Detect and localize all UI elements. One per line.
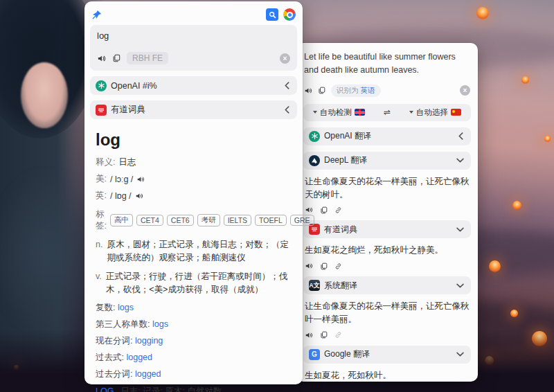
form-value[interactable]: logging bbox=[135, 336, 163, 346]
source-actions: 识别为英语 × bbox=[304, 84, 470, 97]
query-text[interactable]: log bbox=[97, 30, 290, 41]
figure-face bbox=[21, 62, 68, 128]
pos-label: n. bbox=[96, 238, 102, 265]
service-openai: OpenAI 翻译 bbox=[303, 127, 471, 145]
exam-tag: IELTS bbox=[224, 215, 251, 226]
phrase-term[interactable]: LOG bbox=[96, 385, 114, 392]
copy-icon[interactable] bbox=[320, 262, 328, 270]
us-label: 美: bbox=[96, 173, 107, 185]
speaker-icon[interactable] bbox=[136, 175, 145, 184]
query-actions: RBH FE × bbox=[97, 52, 290, 64]
service-youdao: 有道词典 生如夏花之绚烂，死如秋叶之静美。 bbox=[303, 220, 471, 270]
translation-text: 让生命像夏天的花朵一样美丽，让死亡像秋天的树叶。 bbox=[305, 175, 470, 202]
clear-source-button[interactable]: × bbox=[460, 85, 470, 96]
caret-down-icon bbox=[313, 111, 317, 114]
form-value[interactable]: logs bbox=[152, 319, 168, 329]
deepl-icon bbox=[309, 155, 320, 166]
section-label: OpenAI #i% bbox=[111, 81, 284, 91]
chrome-icon[interactable] bbox=[283, 8, 296, 21]
gist-value: 日志 bbox=[118, 157, 136, 168]
openai-icon bbox=[96, 80, 107, 91]
openai-icon bbox=[309, 131, 320, 142]
chevron-down-icon[interactable] bbox=[456, 283, 464, 289]
form-value[interactable]: logs bbox=[118, 303, 134, 312]
sky-lantern bbox=[489, 260, 501, 272]
link-icon[interactable] bbox=[334, 206, 342, 214]
speaker-icon[interactable] bbox=[97, 54, 106, 63]
service-header[interactable]: DeepL 翻译 bbox=[303, 152, 471, 170]
service-result: 让生命像夏天的花朵一样美丽，让死亡像秋天的树叶。 bbox=[303, 170, 471, 215]
chevron-down-icon[interactable] bbox=[456, 226, 464, 233]
speaker-icon[interactable] bbox=[304, 87, 312, 95]
easydict-app-icon[interactable] bbox=[266, 8, 278, 21]
link-icon[interactable] bbox=[334, 331, 342, 339]
speaker-icon[interactable] bbox=[305, 206, 313, 214]
source-text[interactable]: Let life be beautiful like summer flower… bbox=[304, 51, 470, 78]
caret-down-icon bbox=[409, 111, 413, 114]
china-flag-icon bbox=[451, 109, 461, 116]
exam-tag: CET4 bbox=[136, 215, 163, 226]
service-result: 生如夏花之绚烂，死如秋叶之静美。 bbox=[303, 238, 471, 270]
form-value[interactable]: logged bbox=[126, 353, 152, 362]
chevron-down-icon[interactable] bbox=[456, 157, 464, 163]
query-hint-badge: RBH FE bbox=[127, 52, 168, 64]
chevron-left-icon[interactable] bbox=[458, 132, 464, 140]
link-icon[interactable] bbox=[334, 262, 342, 270]
uk-label: 英: bbox=[96, 190, 107, 202]
exam-tags: 标签: 高中 CET4 CET6 考研 IELTS TOEFL GRE bbox=[96, 208, 292, 232]
service-header[interactable]: 有道词典 bbox=[303, 220, 471, 238]
service-name: Google 翻译 bbox=[324, 348, 456, 360]
translation-text: 让生命像夏天的花朵一样美丽，让死亡像秋叶一样美丽。 bbox=[305, 300, 470, 326]
service-header[interactable]: A文 系统翻译 bbox=[303, 276, 471, 294]
chevron-left-icon[interactable] bbox=[284, 106, 290, 114]
detected-label: 识别为 bbox=[337, 86, 359, 94]
phrase-definition: 日志; 记录; 原木; 自然对数 bbox=[120, 385, 222, 392]
query-input[interactable]: log RBH FE × bbox=[90, 25, 297, 71]
speaker-icon[interactable] bbox=[135, 192, 143, 200]
exam-tag: 考研 bbox=[197, 214, 220, 226]
pos-definition: 正式记录；行驶，行进（若干距离或时间）；伐木，砍伐；<美>成功获得，取得（成就） bbox=[106, 270, 292, 297]
target-language-select[interactable]: 自动选择 bbox=[409, 107, 461, 118]
sky-lantern bbox=[510, 310, 518, 317]
form-label: 过去分词: bbox=[96, 369, 132, 379]
us-phonetic-row: 美: / lɔːg / bbox=[96, 173, 292, 185]
service-header[interactable]: OpenAI 翻译 bbox=[303, 127, 471, 145]
speaker-icon[interactable] bbox=[305, 262, 313, 270]
section-header-youdao[interactable]: 有道词典 bbox=[90, 100, 297, 119]
swap-languages-button[interactable]: ⇌ bbox=[384, 107, 391, 117]
service-header[interactable]: G Google 翻译 bbox=[303, 346, 471, 364]
service-google: G Google 翻译 生如夏花，死如秋叶。 bbox=[303, 346, 471, 382]
service-deepl: DeepL 翻译 让生命像夏天的花朵一样美丽，让死亡像秋天的树叶。 bbox=[303, 152, 471, 215]
pin-icon[interactable] bbox=[91, 10, 102, 20]
source-language-select[interactable]: 自动检测 bbox=[313, 107, 365, 118]
dictionary-result: log 释义: 日志 美: / lɔːg / 英: / lɒg / bbox=[90, 125, 297, 392]
chevron-down-icon[interactable] bbox=[456, 351, 464, 357]
copy-icon[interactable] bbox=[320, 206, 328, 214]
clear-query-button[interactable]: × bbox=[280, 53, 290, 64]
result-actions bbox=[305, 206, 470, 214]
speaker-icon[interactable] bbox=[305, 331, 313, 339]
word-form-row: 第三人称单数: logs bbox=[96, 319, 292, 330]
gist-row: 释义: 日志 bbox=[96, 157, 292, 168]
pos-definition: 原木，圆材；正式记录，航海日志；对数；（定期或系统的）观察记录；船舶测速仪 bbox=[107, 238, 292, 265]
definition-noun: n. 原木，圆材；正式记录，航海日志；对数；（定期或系统的）观察记录；船舶测速仪 bbox=[96, 238, 292, 265]
form-value[interactable]: logged bbox=[135, 369, 161, 379]
form-label: 复数: bbox=[96, 303, 115, 312]
google-translate-icon: G bbox=[309, 349, 320, 360]
result-actions bbox=[305, 262, 470, 270]
exam-tag: CET6 bbox=[167, 215, 194, 226]
section-header-openai[interactable]: OpenAI #i% bbox=[90, 76, 297, 95]
uk-phonetic-row: 英: / lɒg / bbox=[96, 190, 292, 202]
result-actions bbox=[305, 331, 470, 339]
window-toolbar bbox=[90, 7, 297, 22]
exam-tag: 高中 bbox=[110, 214, 133, 226]
translation-text: 生如夏花之绚烂，死如秋叶之静美。 bbox=[305, 244, 470, 257]
detected-language-badge[interactable]: 识别为英语 bbox=[331, 84, 381, 97]
copy-icon[interactable] bbox=[112, 54, 120, 62]
translation-window: Let life be beautiful like summer flower… bbox=[296, 43, 478, 382]
headword: log bbox=[96, 130, 292, 150]
copy-icon[interactable] bbox=[318, 87, 325, 94]
exam-tag: GRE bbox=[290, 215, 314, 226]
chevron-left-icon[interactable] bbox=[284, 82, 290, 89]
copy-icon[interactable] bbox=[320, 331, 328, 339]
